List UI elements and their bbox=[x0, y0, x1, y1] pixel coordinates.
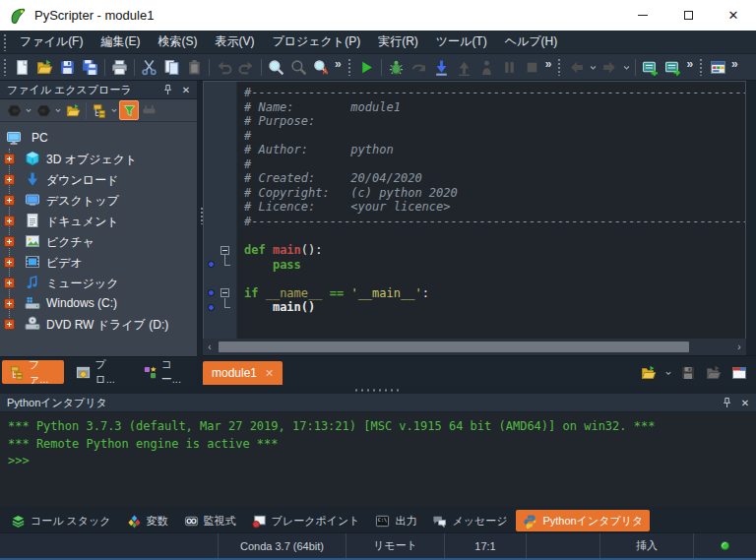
expand-plus-icon[interactable] bbox=[4, 195, 15, 206]
paste-button[interactable] bbox=[183, 56, 206, 79]
expand-plus-icon[interactable] bbox=[4, 216, 15, 226]
menu-file[interactable]: ファイル(F) bbox=[11, 31, 92, 53]
tab-module1[interactable]: module1 ✕ bbox=[203, 361, 283, 385]
undo-button[interactable] bbox=[213, 56, 235, 79]
bottom-tab-breakpoints[interactable]: ブレークポイント bbox=[245, 510, 367, 531]
toolbar-overflow-chevron[interactable]: » bbox=[731, 57, 736, 71]
menu-project[interactable]: プロジェクト(P) bbox=[263, 31, 369, 53]
new-file-button[interactable] bbox=[11, 56, 33, 79]
expand-plus-icon[interactable] bbox=[4, 154, 15, 164]
tabbar-window-new-button[interactable] bbox=[727, 361, 750, 384]
debugger-line-dot[interactable] bbox=[208, 289, 215, 296]
close-icon[interactable]: ✕ bbox=[178, 82, 194, 97]
bookmark-toggle-button[interactable] bbox=[639, 56, 662, 79]
horizontal-splitter[interactable] bbox=[0, 386, 756, 394]
code-editor[interactable]: #---------------------------------------… bbox=[203, 81, 746, 339]
scroll-left-icon[interactable]: ‹ bbox=[203, 339, 217, 355]
tree-item-dvd-d[interactable]: DVD RW ドライブ (D:) bbox=[0, 314, 197, 335]
print-button[interactable] bbox=[108, 56, 131, 79]
editor-hscrollbar[interactable]: ‹ › bbox=[203, 339, 746, 355]
toolbar-overflow-chevron[interactable]: » bbox=[686, 57, 691, 71]
toolbar-overflow-chevron[interactable]: » bbox=[545, 57, 550, 71]
dropdown-arrow-icon[interactable] bbox=[109, 100, 119, 120]
explorer-hex-back-button[interactable] bbox=[4, 100, 24, 120]
menu-tools[interactable]: ツール(T) bbox=[427, 31, 496, 53]
scrollbar-thumb[interactable] bbox=[219, 342, 689, 352]
save-all-button[interactable] bbox=[79, 56, 101, 79]
tree-item-3d-objects[interactable]: 3D オブジェクト bbox=[0, 149, 197, 169]
python-console[interactable]: *** Python 3.7.3 (default, Mar 27 2019, … bbox=[0, 412, 756, 507]
copy-button[interactable] bbox=[160, 56, 183, 79]
bottom-tab-variables[interactable]: 変数 bbox=[120, 510, 175, 531]
explorer-open-folder-button[interactable] bbox=[63, 100, 83, 120]
explorer-filter-button[interactable] bbox=[119, 100, 139, 120]
bottom-tab-call-stack[interactable]: コール スタック bbox=[4, 510, 118, 531]
dropdown-arrow-icon[interactable] bbox=[588, 56, 598, 79]
expand-plus-icon[interactable] bbox=[4, 278, 15, 288]
run-button[interactable] bbox=[355, 56, 378, 79]
search-button[interactable] bbox=[265, 56, 287, 79]
open-file-button[interactable] bbox=[33, 56, 56, 79]
side-tab-project-explorer[interactable]: プロ... bbox=[68, 360, 130, 384]
search-next-button[interactable] bbox=[287, 56, 310, 79]
tree-item-music[interactable]: ミュージック bbox=[0, 273, 197, 293]
menu-run[interactable]: 実行(R) bbox=[369, 31, 427, 53]
toolbar-overflow-chevron[interactable]: » bbox=[335, 57, 340, 71]
tree-item-downloads[interactable]: ダウンロード bbox=[0, 169, 197, 190]
fold-collapse-icon[interactable] bbox=[220, 246, 229, 255]
search-replace-button[interactable] bbox=[310, 56, 333, 79]
menu-help[interactable]: ヘルプ(H) bbox=[496, 31, 567, 53]
side-tab-file-explorer[interactable]: ファ... bbox=[2, 360, 64, 384]
close-button[interactable]: ✕ bbox=[711, 0, 756, 31]
menu-edit[interactable]: 編集(E) bbox=[92, 31, 149, 53]
nav-forward-button[interactable] bbox=[598, 56, 621, 79]
dropdown-arrow-icon[interactable] bbox=[662, 361, 673, 384]
debugger-line-dot[interactable] bbox=[208, 261, 215, 268]
minimize-button[interactable] bbox=[620, 0, 665, 31]
pause-button[interactable] bbox=[498, 56, 521, 79]
save-button[interactable] bbox=[56, 56, 79, 79]
tree-item-pc[interactable]: PC bbox=[0, 128, 197, 149]
tree-item-windows-c[interactable]: Windows (C:) bbox=[0, 293, 197, 314]
expand-plus-icon[interactable] bbox=[4, 319, 15, 330]
bottom-tab-watches[interactable]: 監視式 bbox=[177, 510, 243, 531]
run-to-cursor-button[interactable] bbox=[475, 56, 498, 79]
tab-close-icon[interactable]: ✕ bbox=[265, 367, 274, 380]
explorer-tree-view-button[interactable] bbox=[90, 100, 109, 120]
expand-plus-icon[interactable] bbox=[4, 257, 15, 268]
bottom-tab-python-interpreter[interactable]: Pythonインタプリタ bbox=[516, 510, 650, 531]
side-tab-code-explorer[interactable]: コー... bbox=[135, 360, 197, 384]
expand-plus-icon[interactable] bbox=[4, 236, 15, 247]
redo-button[interactable] bbox=[235, 56, 258, 79]
menu-search[interactable]: 検索(S) bbox=[149, 31, 206, 53]
bottom-tab-output[interactable]: C:\出力 bbox=[368, 510, 423, 531]
close-icon[interactable]: ✕ bbox=[737, 395, 753, 410]
maximize-button[interactable] bbox=[665, 0, 711, 31]
stop-button[interactable] bbox=[521, 56, 543, 79]
bottom-tab-messages[interactable]: メッセージ bbox=[425, 510, 514, 531]
dropdown-arrow-icon[interactable] bbox=[53, 100, 63, 120]
step-over-button[interactable] bbox=[408, 56, 430, 79]
fold-collapse-icon[interactable] bbox=[220, 288, 229, 297]
explorer-connect-button[interactable] bbox=[139, 100, 158, 120]
step-out-button[interactable] bbox=[453, 56, 475, 79]
editor-code-area[interactable]: #---------------------------------------… bbox=[237, 82, 745, 339]
debugger-line-dot[interactable] bbox=[208, 304, 215, 311]
cut-button[interactable] bbox=[138, 56, 160, 79]
dropdown-arrow-icon[interactable] bbox=[621, 56, 632, 79]
expand-plus-icon[interactable] bbox=[4, 298, 15, 309]
debug-button[interactable] bbox=[385, 56, 408, 79]
tree-item-videos[interactable]: ビデオ bbox=[0, 252, 197, 273]
tabbar-open-folder-button[interactable] bbox=[637, 361, 660, 384]
scroll-right-icon[interactable]: › bbox=[732, 339, 746, 355]
dropdown-arrow-icon[interactable] bbox=[24, 100, 33, 120]
tree-item-desktop[interactable]: デスクトップ bbox=[0, 190, 197, 211]
step-into-button[interactable] bbox=[430, 56, 453, 79]
menu-view[interactable]: 表示(V) bbox=[206, 31, 263, 53]
tree-item-pictures[interactable]: ピクチャ bbox=[0, 231, 197, 252]
tabbar-open-folder-button[interactable] bbox=[702, 361, 724, 384]
explorer-hex-forward-button[interactable] bbox=[33, 100, 53, 120]
expand-plus-icon[interactable] bbox=[4, 174, 15, 185]
nav-back-button[interactable] bbox=[565, 56, 588, 79]
tree-item-documents[interactable]: ドキュメント bbox=[0, 211, 197, 231]
